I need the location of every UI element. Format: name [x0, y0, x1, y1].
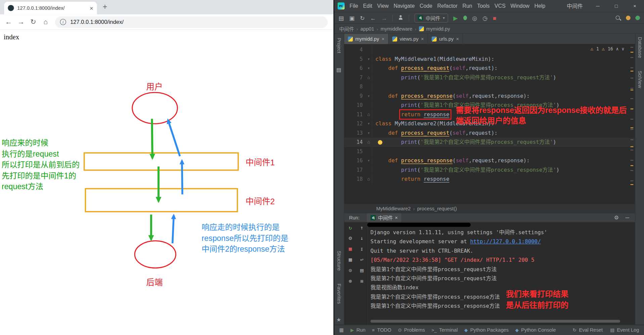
menu-file[interactable]: File: [347, 3, 361, 9]
tab-mymidd-py[interactable]: mymidd.py ×: [344, 34, 388, 44]
coverage-icon[interactable]: ◎: [472, 15, 477, 21]
home-button[interactable]: ⌂: [39, 16, 52, 28]
fold-icon[interactable]: ▾: [367, 91, 370, 101]
code-line[interactable]: 13▾ def process_request(self,request):: [344, 128, 635, 138]
gear-icon[interactable]: ⚙: [614, 215, 619, 221]
menu-vcs[interactable]: VCS: [492, 3, 508, 9]
breadcrumb-mymiddleware[interactable]: mymiddleware: [381, 26, 413, 31]
breadcrumb-file[interactable]: mymidd.py: [426, 26, 450, 31]
pin-icon[interactable]: ⊙: [349, 267, 352, 274]
profiler-icon[interactable]: ◷: [482, 15, 488, 21]
fold-icon[interactable]: ▾: [367, 119, 370, 129]
breadcrumb-app01[interactable]: app01: [361, 26, 374, 31]
close-icon[interactable]: ×: [395, 215, 398, 220]
menu-run[interactable]: Run: [460, 3, 475, 9]
stop-icon[interactable]: ■: [493, 15, 496, 21]
code-line[interactable]: 5▾class MyMiddleware1(MiddlewareMixin):: [344, 54, 635, 64]
close-button[interactable]: ×: [626, 0, 644, 12]
fold-end-icon[interactable]: ⌂: [367, 110, 370, 119]
menu-tools[interactable]: Tools: [475, 3, 492, 9]
code-line[interactable]: 7⌂ print('我是第1个自定义中间件里得process_request方法…: [344, 73, 635, 82]
close-icon[interactable]: ×: [456, 36, 459, 42]
close-icon[interactable]: ×: [381, 36, 384, 42]
browser-tab[interactable]: 127.0.0.1:8000/index/ ×: [4, 2, 97, 14]
menu-refactor[interactable]: Refactor: [435, 3, 460, 9]
fold-icon[interactable]: ▾: [367, 54, 370, 64]
tab-urls-py[interactable]: urls.py ×: [428, 34, 463, 44]
code-line[interactable]: 14⌂ print('我是第2个自定义中间件里得process_request方…: [344, 138, 635, 147]
menu-code[interactable]: Code: [417, 3, 435, 9]
code-editor[interactable]: ⚠ 1 ⚠ 16 ∧ ∨ 45▾class MyMiddleware1(Midd…: [344, 44, 635, 203]
menu-view[interactable]: View: [375, 3, 391, 9]
next-warning-icon[interactable]: ∨: [622, 46, 624, 52]
status-eval-reset[interactable]: ↻Eval Reset: [573, 327, 603, 333]
fold-icon[interactable]: ▾: [367, 64, 370, 73]
horizontal-scrollbar[interactable]: [370, 320, 620, 323]
back-button[interactable]: ←: [2, 16, 15, 28]
minimize-button[interactable]: ─: [589, 0, 607, 12]
status-todo[interactable]: ≡TODO: [372, 327, 391, 333]
sync-icon[interactable]: ↻: [360, 15, 365, 21]
status-terminal[interactable]: >_Terminal: [431, 327, 458, 333]
editor-scrollbar[interactable]: [630, 44, 634, 203]
code-line[interactable]: 17 print('我是第2个自定义中间件里得process_response方…: [344, 165, 635, 175]
fold-end-icon[interactable]: ⌂: [367, 138, 370, 147]
tool-window-switcher-icon[interactable]: ▦: [339, 327, 344, 333]
tool-button-project[interactable]: Project: [336, 38, 342, 53]
fold-icon[interactable]: ▾: [367, 128, 370, 138]
forward-icon[interactable]: →: [381, 15, 387, 21]
code-line[interactable]: 18⌂ return response: [344, 175, 635, 184]
up-icon[interactable]: ↑: [360, 224, 364, 232]
inspection-widget[interactable]: ⚠ 1 ⚠ 16 ∧ ∨: [590, 46, 624, 52]
code-line[interactable]: 16▾ def process_response(self,request,re…: [344, 156, 635, 166]
search-icon[interactable]: [615, 15, 621, 21]
breadcrumb-class[interactable]: MyMiddleware2: [376, 206, 411, 211]
page-info-icon[interactable]: i: [60, 19, 66, 25]
breadcrumb-method[interactable]: process_request(): [417, 206, 457, 211]
status-problems[interactable]: ⊙Problems: [398, 327, 425, 333]
code-line[interactable]: 6▾ def process_request(self,request):: [344, 64, 635, 73]
open-icon[interactable]: ▤: [338, 15, 344, 21]
server-link[interactable]: http://127.0.0.1:8000/: [470, 239, 541, 245]
status-python-console[interactable]: ◆Python Console: [515, 327, 556, 333]
code-line[interactable]: 15: [344, 147, 635, 156]
tab-close-icon[interactable]: ×: [90, 4, 93, 11]
run-configuration-select[interactable]: dj 中间件 ▾: [414, 13, 448, 23]
code-line[interactable]: 8: [344, 82, 635, 92]
menu-help[interactable]: Help: [532, 3, 548, 9]
fold-icon[interactable]: ▾: [367, 156, 370, 166]
folder-icon[interactable]: ▤: [336, 67, 341, 73]
menu-icon[interactable]: ≡: [360, 278, 364, 285]
hide-panel-icon[interactable]: ─: [626, 215, 629, 221]
status-event-log[interactable]: ▤Event Log: [610, 327, 639, 333]
lightbulb-icon[interactable]: [378, 140, 382, 144]
status-run[interactable]: ▶Run: [351, 327, 366, 333]
run-tab[interactable]: dj 中间件 ×: [367, 213, 402, 222]
code-line[interactable]: 9▾ def process_response(self,request,res…: [344, 91, 635, 101]
settings-icon[interactable]: ⚙: [349, 235, 352, 242]
maximize-button[interactable]: □: [607, 0, 626, 12]
tab-views-py[interactable]: views.py ×: [388, 34, 428, 44]
tool-button-database[interactable]: Database: [637, 37, 643, 58]
menu-navigate[interactable]: Navigate: [391, 3, 417, 9]
update-icon[interactable]: [626, 15, 630, 20]
close-icon[interactable]: ×: [421, 36, 424, 42]
reload-button[interactable]: ↻: [27, 16, 40, 28]
print-icon[interactable]: ▤: [360, 267, 364, 274]
plugin-icon[interactable]: [635, 15, 640, 20]
star-icon[interactable]: ★: [336, 317, 341, 323]
fold-end-icon[interactable]: ⌂: [367, 73, 370, 82]
stop-icon[interactable]: ■: [349, 246, 352, 253]
back-icon[interactable]: ←: [370, 15, 376, 21]
save-icon[interactable]: ▣: [349, 15, 355, 21]
tool-button-structure[interactable]: Structure: [336, 251, 342, 271]
breadcrumb-project[interactable]: 中间件: [339, 25, 354, 32]
debug-icon[interactable]: [463, 15, 467, 20]
status-python-packages[interactable]: ◆Python Packages: [464, 327, 509, 333]
dashboard-icon[interactable]: ▦: [349, 256, 352, 263]
soft-wrap-icon[interactable]: ↩: [360, 256, 364, 263]
scroll-end-icon[interactable]: ↧: [360, 246, 364, 253]
menu-edit[interactable]: Edit: [361, 3, 375, 9]
prev-warning-icon[interactable]: ∧: [616, 46, 619, 52]
fold-end-icon[interactable]: ⌂: [367, 175, 370, 184]
